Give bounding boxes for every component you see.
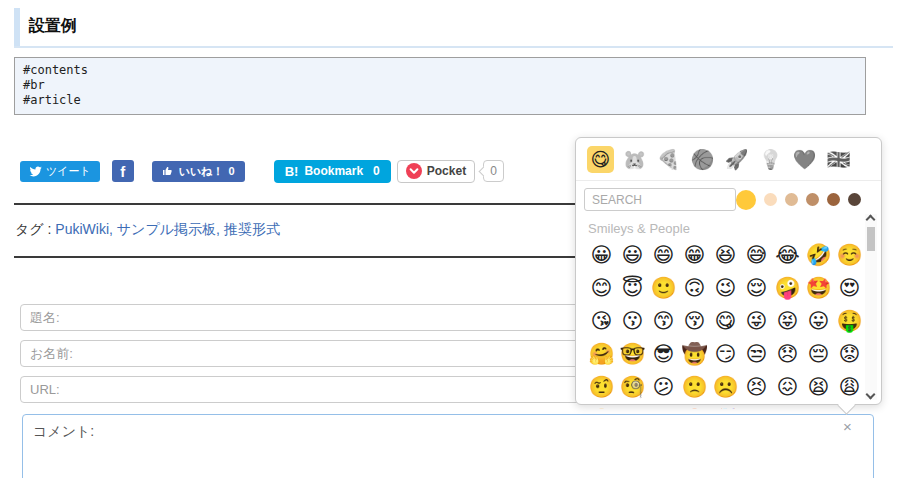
scrollbar-thumb[interactable] [867,227,875,251]
emoji-cell[interactable]: 😍 [834,271,865,304]
emoji-cell[interactable]: 😝 [772,304,803,337]
category-tab-activity[interactable]: 🏀 [689,146,716,173]
emoji-cell[interactable]: 😳 [741,403,772,409]
emoji-cell[interactable]: 🤩 [803,271,834,304]
emoji-cell[interactable]: 🤠 [679,337,710,370]
emoji-cell[interactable]: 😁 [679,238,710,271]
emoji-cell[interactable]: 😇 [617,271,648,304]
emoji-cell[interactable]: 🤬 [679,403,710,409]
emoji-cell[interactable]: 🤓 [617,337,648,370]
pocket-icon [406,163,422,179]
skin-tone-picker [736,190,861,210]
emoji-cell[interactable]: 😗 [617,304,648,337]
emoji-cell[interactable]: 😏 [710,337,741,370]
skin-tone-dot[interactable] [764,193,777,206]
emoji-cell[interactable]: 🙂 [648,271,679,304]
emoji-cell[interactable]: 😌 [741,271,772,304]
comment-textarea[interactable] [22,414,874,478]
emoji-cell[interactable]: 😜 [741,304,772,337]
tweet-button-label: ツイート [46,164,91,179]
tag-link[interactable]: サンプル掲示板 [117,221,224,237]
scroll-down-icon[interactable] [866,390,876,400]
emoji-cell[interactable]: 😀 [586,238,617,271]
emoji-cell[interactable]: 😫 [803,370,834,403]
header-accent-bar [14,8,20,46]
emoji-cell[interactable]: ☹️ [710,370,741,403]
emoji-cell[interactable]: 😂 [772,238,803,271]
emoji-cell[interactable]: 😤 [586,403,617,409]
tags-label: タグ : [15,221,51,237]
emoji-cell[interactable]: 😙 [648,304,679,337]
category-tab-smileys[interactable]: 😋 [587,146,614,173]
emoji-cell[interactable]: 😟 [834,337,865,370]
emoji-cell[interactable]: 😕 [648,370,679,403]
emoji-cell[interactable]: 😚 [679,304,710,337]
emoji-cell[interactable]: 😊 [586,271,617,304]
article-header: 設置例 [14,8,893,48]
like-button-label: いいね！ [179,164,224,179]
emoji-cell[interactable]: 😛 [803,304,834,337]
emoji-cell[interactable]: 😎 [648,337,679,370]
emoji-cell[interactable]: 😆 [710,238,741,271]
like-count: 0 [229,165,235,177]
facebook-like-button[interactable]: いいね！ 0 [152,161,245,182]
pocket-button[interactable]: Pocket [397,160,475,183]
page: 設置例 #contents #br #article ツイート f いいね！ 0… [0,0,910,478]
scroll-up-icon[interactable] [866,215,876,225]
hatena-bookmark-button[interactable]: B! Bookmark 0 [274,160,391,183]
emoji-cell[interactable]: 😅 [741,238,772,271]
facebook-f-icon: f [120,163,125,180]
emoji-cell[interactable]: 😞 [772,337,803,370]
skin-tone-dot[interactable] [785,193,798,206]
category-tab-animals[interactable]: 🐹 [621,146,648,173]
twitter-bird-icon [29,165,42,178]
category-tab-objects[interactable]: 💡 [757,146,784,173]
skin-tone-dot[interactable] [806,193,819,206]
category-tab-flags[interactable]: 🇬🇧 [825,146,852,173]
emoji-cell[interactable]: 😔 [803,337,834,370]
tag-link[interactable]: 推奨形式 [224,221,280,237]
emoji-cell[interactable]: 🤗 [586,337,617,370]
skin-tone-dot[interactable] [848,193,861,206]
emoji-cell[interactable]: 😃 [617,238,648,271]
emoji-cell[interactable]: 🧐 [617,370,648,403]
skin-tone-dot[interactable] [736,190,756,210]
emoji-cell[interactable]: 😖 [772,370,803,403]
emoji-cell[interactable]: 😒 [741,337,772,370]
skin-tone-dot[interactable] [827,193,840,206]
tweet-button[interactable]: ツイート [20,161,100,182]
emoji-search-input[interactable] [584,188,736,211]
category-tab-symbols[interactable]: ❤️ [791,146,818,173]
emoji-scrollbar[interactable] [865,214,877,400]
emoji-cell[interactable]: 😄 [648,238,679,271]
facebook-share-button[interactable]: f [112,160,134,182]
thumbs-up-icon [162,165,174,177]
emoji-cell[interactable]: 🙃 [679,271,710,304]
category-tab-food[interactable]: 🍕 [655,146,682,173]
emoji-search-row [576,181,881,217]
emoji-cell[interactable]: 😡 [648,403,679,409]
emoji-grid: 😀😃😄😁😆😅😂🤣☺️😊😇🙂🙃😉😌🤪🤩😍😘😗😙😚😋😜😝😛🤑🤗🤓😎🤠😏😒😞😔😟🤨🧐😕… [586,238,865,409]
pocket-count-bubble: 0 [483,160,504,182]
tag-link[interactable]: PukiWiki [55,221,116,237]
share-buttons-row: ツイート f いいね！ 0 B! Bookmark 0 Pocket 0 [20,159,504,183]
emoji-cell[interactable]: 🤨 [586,370,617,403]
tags-row: タグ : PukiWikiサンプル掲示板推奨形式 [15,221,280,239]
emoji-cell[interactable]: ☺️ [834,238,865,271]
emoji-cell[interactable]: 😘 [586,304,617,337]
emoji-cell[interactable]: 🤑 [834,304,865,337]
emoji-cell[interactable]: 😣 [741,370,772,403]
emoji-cell[interactable]: 😨 [803,403,834,409]
emoji-cell[interactable]: 😠 [617,403,648,409]
emoji-cell[interactable]: 😱 [772,403,803,409]
emoji-cell[interactable]: 🙁 [679,370,710,403]
emoji-cell[interactable]: 🤯 [710,403,741,409]
emoji-cell[interactable]: 😋 [710,304,741,337]
emoji-cell[interactable]: 😩 [834,370,865,403]
close-icon[interactable]: × [843,419,852,434]
emoji-cell[interactable]: 🤣 [803,238,834,271]
code-block: #contents #br #article [14,57,866,115]
emoji-cell[interactable]: 🤪 [772,271,803,304]
emoji-cell[interactable]: 😉 [710,271,741,304]
category-tab-travel[interactable]: 🚀 [723,146,750,173]
